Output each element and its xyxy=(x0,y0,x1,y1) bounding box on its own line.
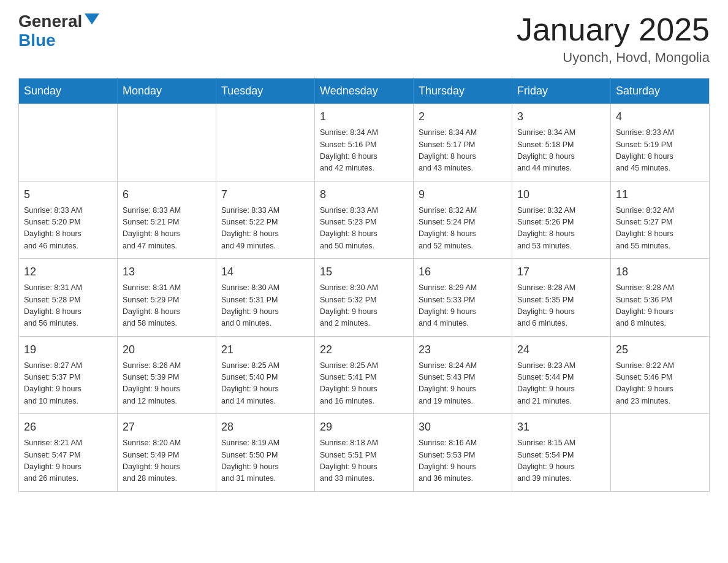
day-number: 3 xyxy=(517,109,605,125)
calendar-cell: 24Sunrise: 8:23 AM Sunset: 5:44 PM Dayli… xyxy=(512,336,611,414)
calendar-cell: 3Sunrise: 8:34 AM Sunset: 5:18 PM Daylig… xyxy=(512,104,611,181)
day-info: Sunrise: 8:29 AM Sunset: 5:33 PM Dayligh… xyxy=(419,282,507,330)
day-info: Sunrise: 8:24 AM Sunset: 5:43 PM Dayligh… xyxy=(419,360,507,408)
day-number: 25 xyxy=(616,342,704,358)
day-number: 28 xyxy=(221,419,309,435)
weekday-header-thursday: Thursday xyxy=(414,79,512,104)
day-info: Sunrise: 8:28 AM Sunset: 5:35 PM Dayligh… xyxy=(517,282,605,330)
weekday-header-saturday: Saturday xyxy=(611,79,710,104)
calendar-cell: 23Sunrise: 8:24 AM Sunset: 5:43 PM Dayli… xyxy=(414,336,512,414)
day-number: 20 xyxy=(123,342,211,358)
calendar-cell: 5Sunrise: 8:33 AM Sunset: 5:20 PM Daylig… xyxy=(19,181,118,259)
day-number: 17 xyxy=(517,264,605,280)
calendar-title: January 2025 xyxy=(517,12,710,47)
calendar-cell: 15Sunrise: 8:30 AM Sunset: 5:32 PM Dayli… xyxy=(315,259,414,337)
calendar-cell: 27Sunrise: 8:20 AM Sunset: 5:49 PM Dayli… xyxy=(118,414,216,492)
day-info: Sunrise: 8:25 AM Sunset: 5:40 PM Dayligh… xyxy=(221,360,309,408)
calendar-cell: 28Sunrise: 8:19 AM Sunset: 5:50 PM Dayli… xyxy=(216,414,315,492)
calendar-table: SundayMondayTuesdayWednesdayThursdayFrid… xyxy=(18,78,710,492)
day-info: Sunrise: 8:26 AM Sunset: 5:39 PM Dayligh… xyxy=(123,360,211,408)
day-info: Sunrise: 8:31 AM Sunset: 5:28 PM Dayligh… xyxy=(24,282,112,330)
day-info: Sunrise: 8:32 AM Sunset: 5:27 PM Dayligh… xyxy=(616,205,704,253)
weekday-header-row: SundayMondayTuesdayWednesdayThursdayFrid… xyxy=(19,79,710,104)
day-info: Sunrise: 8:34 AM Sunset: 5:18 PM Dayligh… xyxy=(517,127,605,175)
day-number: 30 xyxy=(419,419,507,435)
calendar-week-row: 19Sunrise: 8:27 AM Sunset: 5:37 PM Dayli… xyxy=(19,336,710,414)
logo-triangle-icon xyxy=(85,13,99,25)
day-number: 22 xyxy=(320,342,408,358)
day-number: 23 xyxy=(419,342,507,358)
calendar-cell: 22Sunrise: 8:25 AM Sunset: 5:41 PM Dayli… xyxy=(315,336,414,414)
day-info: Sunrise: 8:34 AM Sunset: 5:17 PM Dayligh… xyxy=(419,127,507,175)
calendar-cell: 21Sunrise: 8:25 AM Sunset: 5:40 PM Dayli… xyxy=(216,336,315,414)
calendar-subtitle: Uyonch, Hovd, Mongolia xyxy=(517,50,710,66)
day-number: 12 xyxy=(24,264,112,280)
day-info: Sunrise: 8:25 AM Sunset: 5:41 PM Dayligh… xyxy=(320,360,408,408)
day-info: Sunrise: 8:18 AM Sunset: 5:51 PM Dayligh… xyxy=(320,437,408,485)
calendar-cell: 8Sunrise: 8:33 AM Sunset: 5:23 PM Daylig… xyxy=(315,181,414,259)
page-header: General Blue January 2025 Uyonch, Hovd, … xyxy=(18,12,710,66)
day-number: 5 xyxy=(24,186,112,203)
day-number: 15 xyxy=(320,264,408,280)
day-info: Sunrise: 8:33 AM Sunset: 5:23 PM Dayligh… xyxy=(320,205,408,253)
day-info: Sunrise: 8:30 AM Sunset: 5:31 PM Dayligh… xyxy=(221,282,309,330)
calendar-cell: 9Sunrise: 8:32 AM Sunset: 5:24 PM Daylig… xyxy=(414,181,512,259)
calendar-cell: 13Sunrise: 8:31 AM Sunset: 5:29 PM Dayli… xyxy=(118,259,216,337)
day-number: 2 xyxy=(419,109,507,125)
day-number: 7 xyxy=(221,186,309,203)
calendar-cell: 30Sunrise: 8:16 AM Sunset: 5:53 PM Dayli… xyxy=(414,414,512,492)
day-number: 11 xyxy=(616,186,704,203)
weekday-header-monday: Monday xyxy=(118,79,216,104)
day-info: Sunrise: 8:32 AM Sunset: 5:24 PM Dayligh… xyxy=(419,205,507,253)
day-info: Sunrise: 8:33 AM Sunset: 5:22 PM Dayligh… xyxy=(221,205,309,253)
calendar-week-row: 1Sunrise: 8:34 AM Sunset: 5:16 PM Daylig… xyxy=(19,104,710,181)
day-info: Sunrise: 8:31 AM Sunset: 5:29 PM Dayligh… xyxy=(123,282,211,330)
day-number: 6 xyxy=(123,186,211,203)
day-info: Sunrise: 8:27 AM Sunset: 5:37 PM Dayligh… xyxy=(24,360,112,408)
calendar-cell xyxy=(19,104,118,181)
day-number: 24 xyxy=(517,342,605,358)
calendar-cell: 14Sunrise: 8:30 AM Sunset: 5:31 PM Dayli… xyxy=(216,259,315,337)
day-number: 31 xyxy=(517,419,605,435)
day-number: 10 xyxy=(517,186,605,203)
day-number: 8 xyxy=(320,186,408,203)
calendar-cell xyxy=(216,104,315,181)
logo-text-general: General xyxy=(18,12,82,31)
calendar-cell: 2Sunrise: 8:34 AM Sunset: 5:17 PM Daylig… xyxy=(414,104,512,181)
calendar-cell: 11Sunrise: 8:32 AM Sunset: 5:27 PM Dayli… xyxy=(611,181,710,259)
calendar-cell: 6Sunrise: 8:33 AM Sunset: 5:21 PM Daylig… xyxy=(118,181,216,259)
day-info: Sunrise: 8:28 AM Sunset: 5:36 PM Dayligh… xyxy=(616,282,704,330)
day-number: 13 xyxy=(123,264,211,280)
day-number: 9 xyxy=(419,186,507,203)
calendar-cell: 20Sunrise: 8:26 AM Sunset: 5:39 PM Dayli… xyxy=(118,336,216,414)
day-info: Sunrise: 8:21 AM Sunset: 5:47 PM Dayligh… xyxy=(24,437,112,485)
day-number: 19 xyxy=(24,342,112,358)
calendar-week-row: 5Sunrise: 8:33 AM Sunset: 5:20 PM Daylig… xyxy=(19,181,710,259)
day-info: Sunrise: 8:16 AM Sunset: 5:53 PM Dayligh… xyxy=(419,437,507,485)
day-info: Sunrise: 8:15 AM Sunset: 5:54 PM Dayligh… xyxy=(517,437,605,485)
calendar-cell: 29Sunrise: 8:18 AM Sunset: 5:51 PM Dayli… xyxy=(315,414,414,492)
calendar-cell: 18Sunrise: 8:28 AM Sunset: 5:36 PM Dayli… xyxy=(611,259,710,337)
weekday-header-sunday: Sunday xyxy=(19,79,118,104)
day-number: 4 xyxy=(616,109,704,125)
day-info: Sunrise: 8:33 AM Sunset: 5:20 PM Dayligh… xyxy=(24,205,112,253)
day-number: 14 xyxy=(221,264,309,280)
calendar-cell: 31Sunrise: 8:15 AM Sunset: 5:54 PM Dayli… xyxy=(512,414,611,492)
weekday-header-wednesday: Wednesday xyxy=(315,79,414,104)
day-number: 27 xyxy=(123,419,211,435)
day-info: Sunrise: 8:20 AM Sunset: 5:49 PM Dayligh… xyxy=(123,437,211,485)
calendar-cell: 1Sunrise: 8:34 AM Sunset: 5:16 PM Daylig… xyxy=(315,104,414,181)
calendar-week-row: 26Sunrise: 8:21 AM Sunset: 5:47 PM Dayli… xyxy=(19,414,710,492)
day-info: Sunrise: 8:33 AM Sunset: 5:19 PM Dayligh… xyxy=(616,127,704,175)
day-info: Sunrise: 8:34 AM Sunset: 5:16 PM Dayligh… xyxy=(320,127,408,175)
weekday-header-tuesday: Tuesday xyxy=(216,79,315,104)
day-info: Sunrise: 8:30 AM Sunset: 5:32 PM Dayligh… xyxy=(320,282,408,330)
calendar-cell: 7Sunrise: 8:33 AM Sunset: 5:22 PM Daylig… xyxy=(216,181,315,259)
day-number: 29 xyxy=(320,419,408,435)
calendar-cell: 25Sunrise: 8:22 AM Sunset: 5:46 PM Dayli… xyxy=(611,336,710,414)
day-number: 21 xyxy=(221,342,309,358)
day-info: Sunrise: 8:19 AM Sunset: 5:50 PM Dayligh… xyxy=(221,437,309,485)
day-number: 16 xyxy=(419,264,507,280)
logo-text-blue: Blue xyxy=(18,31,56,50)
day-info: Sunrise: 8:33 AM Sunset: 5:21 PM Dayligh… xyxy=(123,205,211,253)
